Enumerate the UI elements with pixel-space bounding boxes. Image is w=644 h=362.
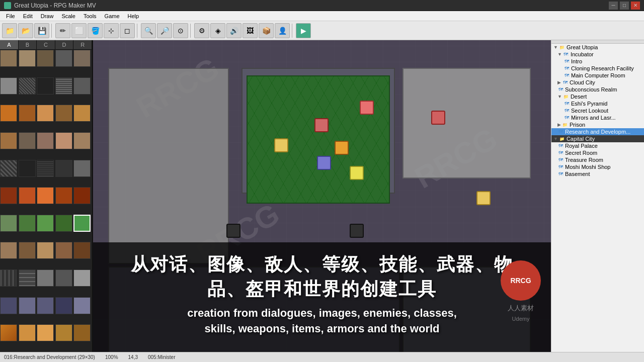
tile-cell[interactable] xyxy=(73,269,91,287)
tile-cell[interactable] xyxy=(0,297,17,314)
menu-tools[interactable]: Tools xyxy=(79,12,101,20)
tile-cell[interactable] xyxy=(73,50,91,67)
map-area[interactable]: RRCG RRCG RRCG 从对话、图像、敌 xyxy=(93,40,551,352)
menu-scale[interactable]: Scale xyxy=(57,12,79,20)
toolbar-settings[interactable]: ⚙ xyxy=(194,23,209,38)
toolbar-zoom-out[interactable]: 🔎 xyxy=(157,23,172,38)
tile-cell[interactable] xyxy=(19,215,36,232)
toolbar-new[interactable]: 📁 xyxy=(2,23,17,38)
tile-cell[interactable] xyxy=(37,324,54,341)
tile-cell[interactable] xyxy=(0,187,17,204)
tile-cell[interactable] xyxy=(55,187,72,204)
tile-tab-d[interactable]: D xyxy=(55,40,74,49)
tile-cell[interactable] xyxy=(0,105,17,122)
tile-cell[interactable] xyxy=(73,187,91,204)
toolbar-zoom-in[interactable]: 🔍 xyxy=(141,23,156,38)
tile-cell[interactable] xyxy=(19,132,36,149)
tree-item-moshi-shop[interactable]: 🗺 Moshi Moshi Shop xyxy=(551,163,644,170)
tree-item-subconscious[interactable]: 🗺 Subconscious Realm xyxy=(551,86,644,93)
tile-cell-selected[interactable] xyxy=(73,215,91,232)
toolbar-items[interactable]: 📦 xyxy=(259,23,274,38)
tile-cell[interactable] xyxy=(37,132,54,149)
tree-item-prison[interactable]: ▶ 📁 Prison xyxy=(551,121,644,128)
tree-item-main-computer[interactable]: 🗺 Main Computer Room xyxy=(551,72,644,79)
tree-item-intro[interactable]: 🗺 Intro xyxy=(551,58,644,65)
tree-item-secret-lookout[interactable]: 🗺 Secret Lookout xyxy=(551,107,644,114)
tile-tab-c[interactable]: C xyxy=(37,40,55,49)
tree-item-eshis[interactable]: 🗺 Eshi's Pyramid xyxy=(551,100,644,107)
tree-item-research[interactable]: 🗺 Research and Developm... xyxy=(551,128,644,135)
tile-cell[interactable] xyxy=(19,242,36,259)
tree-item-secret-room[interactable]: 🗺 Secret Room xyxy=(551,149,644,156)
tile-cell[interactable] xyxy=(19,324,36,341)
maximize-button[interactable]: □ xyxy=(620,2,629,10)
tile-cell[interactable] xyxy=(37,77,54,95)
tree-item-treasure-room[interactable]: 🗺 Treasure Room xyxy=(551,156,644,163)
tile-cell[interactable] xyxy=(73,77,91,95)
tree-item-cloud-city[interactable]: ▶ 🗺 Cloud City xyxy=(551,79,644,86)
tile-cell[interactable] xyxy=(37,242,54,259)
tile-cell[interactable] xyxy=(37,297,54,314)
tile-cell[interactable] xyxy=(55,215,72,232)
tile-cell[interactable] xyxy=(55,297,72,314)
toolbar-rect[interactable]: ⬜ xyxy=(71,23,87,38)
toolbar-tiles[interactable]: ◈ xyxy=(210,23,225,38)
tree-item-basement[interactable]: 🗺 Basement xyxy=(551,170,644,177)
tile-tab-a[interactable]: A xyxy=(0,40,19,49)
tile-cell[interactable] xyxy=(37,215,54,232)
tile-cell[interactable] xyxy=(37,105,54,122)
menu-file[interactable]: File xyxy=(2,12,19,20)
tile-cell[interactable] xyxy=(19,187,36,204)
tile-tab-b[interactable]: B xyxy=(19,40,37,49)
tree-item-mirrors[interactable]: 🗺 Mirrors and Lasr... xyxy=(551,114,644,121)
titlebar-controls[interactable]: ─ □ ✕ xyxy=(609,2,640,10)
tile-cell[interactable] xyxy=(37,160,54,177)
tile-cell[interactable] xyxy=(0,324,17,341)
menu-edit[interactable]: Edit xyxy=(19,12,37,20)
tile-cell[interactable] xyxy=(0,269,17,287)
toolbar-zoom-reset[interactable]: ⊙ xyxy=(173,23,188,38)
tile-cell[interactable] xyxy=(37,50,54,67)
toolbar-play[interactable]: ▶ xyxy=(296,23,311,38)
tile-tabs[interactable]: A B C D R xyxy=(0,40,92,50)
tile-cell[interactable] xyxy=(55,50,72,67)
tree-item-great-utopia[interactable]: ▼ 📁 Great Utopia xyxy=(551,44,644,51)
toolbar-fill[interactable]: 🪣 xyxy=(88,23,103,38)
minimize-button[interactable]: ─ xyxy=(609,2,618,10)
tile-cell[interactable] xyxy=(55,269,72,287)
menu-draw[interactable]: Draw xyxy=(37,12,58,20)
tile-cell[interactable] xyxy=(73,105,91,122)
tile-cell[interactable] xyxy=(73,242,91,259)
tile-cell[interactable] xyxy=(19,50,36,67)
tile-cell[interactable] xyxy=(73,132,91,149)
toolbar-pencil[interactable]: ✏ xyxy=(55,23,70,38)
close-button[interactable]: ✕ xyxy=(631,2,640,10)
tree-item-capital-city[interactable]: ▼ 📁 Capital City xyxy=(551,135,644,142)
tile-cell[interactable] xyxy=(0,242,17,259)
tile-cell[interactable] xyxy=(37,269,54,287)
tile-cell[interactable] xyxy=(0,77,17,95)
menu-game[interactable]: Game xyxy=(101,12,124,20)
toolbar-image[interactable]: 🖼 xyxy=(243,23,258,38)
tile-cell[interactable] xyxy=(19,160,36,177)
toolbar-char[interactable]: 👤 xyxy=(275,23,290,38)
toolbar-erase[interactable]: ◻ xyxy=(120,23,135,38)
tile-cell[interactable] xyxy=(19,297,36,314)
tile-cell[interactable] xyxy=(73,324,91,341)
toolbar-select[interactable]: ⊹ xyxy=(104,23,119,38)
tree-item-desert[interactable]: ▼ 📁 Desert xyxy=(551,93,644,100)
tile-cell[interactable] xyxy=(55,105,72,122)
tile-cell[interactable] xyxy=(55,160,72,177)
tile-cell[interactable] xyxy=(55,324,72,341)
toolbar-open[interactable]: 📂 xyxy=(18,23,33,38)
tree-item-incubator[interactable]: ▼ 🗺 Incubator xyxy=(551,51,644,58)
tile-cell[interactable] xyxy=(19,269,36,287)
tile-cell[interactable] xyxy=(73,160,91,177)
tile-tab-r[interactable]: R xyxy=(73,40,92,49)
toolbar-audio[interactable]: 🔊 xyxy=(226,23,242,38)
tile-cell[interactable] xyxy=(0,50,17,67)
tile-cell[interactable] xyxy=(37,187,54,204)
tile-cell[interactable] xyxy=(55,132,72,149)
tile-cell[interactable] xyxy=(19,105,36,122)
tile-cell[interactable] xyxy=(0,215,17,232)
